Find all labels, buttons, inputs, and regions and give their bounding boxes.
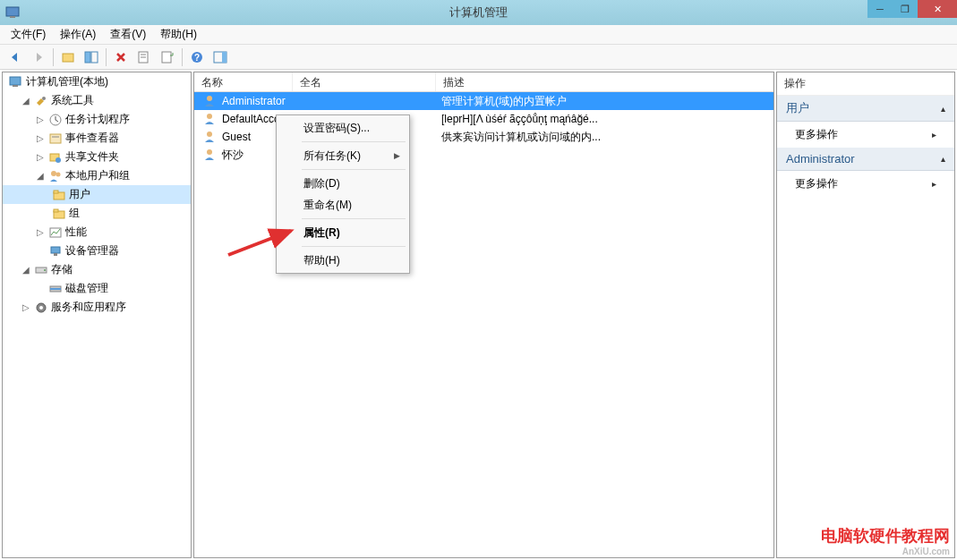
ctx-properties[interactable]: 属性(R): [278, 222, 407, 243]
tree-shared-folders[interactable]: ▷ 共享文件夹: [3, 148, 191, 166]
toolbar-separator: [106, 48, 107, 66]
tools-icon: [34, 94, 48, 108]
tree-system-tools[interactable]: ◢ 系统工具: [3, 91, 191, 110]
expand-icon[interactable]: ▷: [21, 302, 31, 313]
menu-action[interactable]: 操作(A): [53, 24, 103, 45]
tree-label: 任务计划程序: [65, 112, 130, 127]
col-fullname[interactable]: 全名: [293, 72, 436, 91]
cell-desc: 供来宾访问计算机或访问域的内...: [441, 130, 601, 145]
section-label: Administrator: [786, 152, 855, 165]
minimize-button[interactable]: ─: [867, 0, 893, 18]
tree-label: 系统工具: [51, 93, 94, 108]
tree-label: 用户: [69, 187, 90, 202]
ctx-separator: [302, 246, 406, 247]
action-pane-button[interactable]: [209, 47, 231, 68]
expand-icon[interactable]: ▷: [35, 133, 46, 144]
tree-device-manager[interactable]: ▷ 设备管理器: [3, 242, 191, 260]
tree-services-apps[interactable]: ▷ 服务和应用程序: [3, 298, 191, 317]
delete-button[interactable]: [110, 47, 132, 68]
tree-label: 服务和应用程序: [51, 300, 126, 315]
event-icon: [48, 132, 63, 146]
show-hide-tree-button[interactable]: [81, 47, 102, 68]
tree-root[interactable]: 计算机管理(本地): [3, 72, 191, 91]
main-area: 计算机管理(本地) ◢ 系统工具 ▷ 任务计划程序 ▷ 事件查看器 ▷ 共享文件…: [0, 70, 957, 560]
up-button[interactable]: [57, 47, 79, 68]
tree-panel: 计算机管理(本地) ◢ 系统工具 ▷ 任务计划程序 ▷ 事件查看器 ▷ 共享文件…: [2, 72, 192, 558]
forward-button[interactable]: [28, 47, 49, 68]
tree-users[interactable]: 用户: [3, 185, 191, 204]
action-label: 更多操作: [795, 127, 838, 142]
collapse-icon[interactable]: ◢: [21, 265, 31, 276]
toolbar-separator: [53, 48, 54, 66]
expand-icon[interactable]: ▷: [35, 227, 46, 238]
tree-local-users-groups[interactable]: ◢ 本地用户和组: [3, 166, 191, 185]
back-button[interactable]: [4, 47, 26, 68]
tree-disk-management[interactable]: ▷ 磁盘管理: [3, 279, 191, 298]
collapse-icon[interactable]: ◢: [21, 96, 31, 106]
window-title: 计算机管理: [449, 4, 508, 21]
collapse-icon[interactable]: ◢: [35, 171, 46, 182]
svg-rect-29: [54, 253, 57, 256]
tree-label: 事件查看器: [65, 131, 119, 146]
expand-icon[interactable]: ▷: [35, 115, 46, 125]
menu-help[interactable]: 帮助(H): [153, 24, 204, 45]
submenu-arrow-icon: ▶: [394, 151, 400, 160]
close-button[interactable]: ✕: [918, 0, 957, 18]
window-controls: ─ ❐ ✕: [867, 0, 957, 18]
menubar: 文件(F) 操作(A) 查看(V) 帮助(H): [0, 25, 957, 45]
svg-point-20: [56, 157, 61, 163]
user-icon: [202, 130, 217, 144]
list-row-admin[interactable]: Administrator 管理计算机(域)的内置帐户: [194, 92, 773, 110]
ctx-set-password[interactable]: 设置密码(S)...: [278, 117, 407, 139]
action-more-selected[interactable]: 更多操作 ▸: [777, 171, 954, 197]
tree-label: 磁盘管理: [65, 281, 108, 296]
cell-name: DefaultAccount: [222, 113, 276, 125]
tree-event-viewer[interactable]: ▷ 事件查看器: [3, 129, 191, 148]
ctx-all-tasks[interactable]: 所有任务(K) ▶: [278, 145, 407, 166]
svg-point-39: [207, 149, 212, 155]
svg-rect-14: [13, 85, 18, 87]
col-name[interactable]: 名称: [194, 72, 293, 91]
menu-file[interactable]: 文件(F): [4, 24, 53, 45]
tree-groups[interactable]: 组: [3, 204, 191, 223]
tree-storage[interactable]: ◢ 存储: [3, 260, 191, 279]
tree-performance[interactable]: ▷ 性能: [3, 223, 191, 242]
svg-point-38: [207, 132, 212, 137]
ctx-rename[interactable]: 重命名(M): [278, 194, 407, 216]
tree-label: 设备管理器: [65, 243, 119, 259]
action-label: 更多操作: [795, 176, 838, 191]
refresh-button[interactable]: [157, 47, 178, 68]
tree-label: 组: [69, 206, 80, 221]
action-section-users[interactable]: 用户 ▴: [777, 96, 954, 122]
svg-rect-12: [222, 52, 226, 63]
svg-point-36: [207, 96, 212, 101]
help-button[interactable]: ?: [186, 47, 208, 68]
svg-point-37: [207, 114, 212, 119]
svg-rect-13: [10, 77, 21, 85]
chevron-right-icon: ▸: [932, 179, 936, 189]
device-icon: [48, 244, 63, 259]
ctx-delete[interactable]: 删除(D): [278, 173, 407, 194]
properties-button[interactable]: [133, 47, 155, 68]
svg-point-31: [44, 269, 46, 271]
svg-rect-1: [10, 16, 15, 18]
svg-rect-8: [162, 52, 171, 63]
menu-view[interactable]: 查看(V): [103, 24, 153, 45]
ctx-help[interactable]: 帮助(H): [278, 250, 407, 271]
expand-icon[interactable]: ▷: [35, 152, 46, 163]
storage-icon: [34, 263, 48, 277]
cell-name: Guest: [222, 131, 251, 143]
tree-label: 性能: [65, 225, 87, 240]
action-section-selected[interactable]: Administrator ▴: [777, 148, 954, 171]
app-icon: [5, 5, 20, 20]
svg-rect-17: [50, 134, 61, 143]
ctx-separator: [302, 169, 406, 170]
action-more-users[interactable]: 更多操作 ▸: [777, 122, 954, 148]
tree-task-scheduler[interactable]: ▷ 任务计划程序: [3, 110, 191, 129]
shared-icon: [48, 150, 63, 165]
col-desc[interactable]: 描述: [436, 72, 773, 91]
svg-text:?: ?: [194, 53, 200, 63]
svg-rect-33: [50, 288, 61, 290]
svg-rect-2: [63, 54, 73, 62]
maximize-button[interactable]: ❐: [893, 0, 918, 18]
